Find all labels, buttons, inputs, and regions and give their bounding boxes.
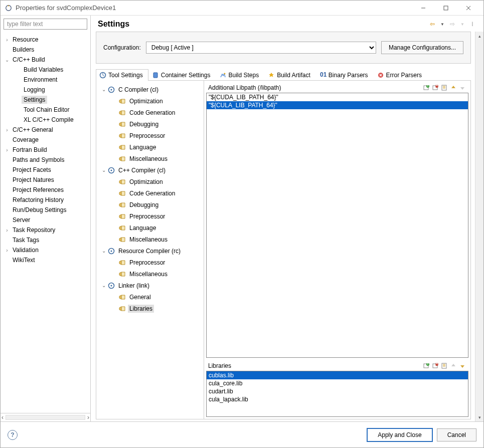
tool-tree-item[interactable]: Code Generation [97,107,203,118]
close-button[interactable] [457,1,479,15]
binary-parsers-icon: 010 [319,72,327,79]
tool-tree-item[interactable]: Miscellaneous [97,153,203,164]
libpath-edit-button[interactable] [440,84,448,92]
libraries-add-button[interactable]: + [422,362,430,370]
category-tree-item[interactable]: Project Facets [1,165,90,175]
manage-configurations-button[interactable]: Manage Configurations... [381,41,463,54]
tab-container-settings[interactable]: Container Settings [148,69,216,81]
category-tree[interactable]: ›ResourceBuilders⌄C/C++ BuildBuild Varia… [1,33,90,413]
libpath-add-button[interactable]: + [422,84,430,92]
scroll-down-icon[interactable]: ▾ [478,413,481,421]
tool-tree-item[interactable]: Preprocessor [97,210,203,222]
category-tree-item[interactable]: Build Variables [1,65,90,75]
tool-group-icon [107,86,115,93]
scroll-right-icon[interactable]: › [87,414,89,421]
category-tree-item[interactable]: Settings [1,95,90,105]
tab-tool-settings[interactable]: Tool Settings [96,69,148,81]
collapsed-arrow-icon[interactable]: › [4,37,11,43]
category-tree-item[interactable]: Tool Chain Editor [1,105,90,115]
libpath-moveup-button[interactable] [449,84,457,92]
tool-tree-item[interactable]: Miscellaneous [97,268,203,280]
scroll-up-icon[interactable]: ▴ [478,32,481,40]
category-tree-item[interactable]: Server [1,215,90,225]
tool-tree-item[interactable]: ⌄Resource Compiler (rc) [97,245,203,257]
expanded-arrow-icon[interactable]: ⌄ [4,57,11,63]
tab-label: Container Settings [161,72,211,79]
category-tree-item[interactable]: Project Natures [1,175,90,185]
tool-tree-item[interactable]: Libraries [97,303,203,314]
tool-tree-item[interactable]: Code Generation [97,187,203,199]
expanded-arrow-icon[interactable]: ⌄ [100,248,107,254]
category-tree-item[interactable]: Project References [1,185,90,195]
configuration-select[interactable]: Debug [ Active ] [146,42,376,54]
libpath-listbox[interactable]: "${CUDA_LIB_PATH_64}""${CULA_LIB_PATH_64… [206,93,468,358]
list-item[interactable]: cula_lapack.lib [207,395,468,403]
category-tree-item[interactable]: ›Resource [1,35,90,45]
view-menu-icon[interactable]: ⁞ [468,20,476,28]
tool-tree-item[interactable]: Debugging [97,199,203,210]
tool-tree-item[interactable]: Language [97,141,203,153]
tab-build-artifact[interactable]: Build Artifact [264,69,316,81]
expanded-arrow-icon[interactable]: ⌄ [100,167,107,173]
list-item[interactable]: "${CULA_LIB_PATH_64}" [207,101,468,109]
collapsed-arrow-icon[interactable]: › [4,127,11,133]
category-tree-item[interactable]: ›Task Repository [1,225,90,235]
tab-binary-parsers[interactable]: 010Binary Parsers [316,69,374,81]
apply-and-close-button[interactable]: Apply and Close [367,428,432,442]
maximize-button[interactable] [434,1,457,15]
tool-tree-item[interactable]: Preprocessor [97,257,203,268]
list-item[interactable]: cula_core.lib [207,379,468,387]
scroll-left-icon[interactable]: ‹ [2,414,4,421]
category-tree-item[interactable]: Logging [1,85,90,95]
libraries-listbox[interactable]: cublas.libcula_core.libcudart.libcula_la… [206,371,468,417]
collapsed-arrow-icon[interactable]: › [4,248,11,253]
cancel-button[interactable]: Cancel [437,428,476,441]
tool-tree-item[interactable]: Language [97,222,203,234]
scroll-track[interactable] [6,415,85,420]
category-tree-item[interactable]: Environment [1,75,90,85]
nav-back-menu-icon[interactable]: ▼ [438,20,446,28]
list-item[interactable]: cudart.lib [207,387,468,395]
list-item[interactable]: "${CUDA_LIB_PATH_64}" [207,93,468,101]
filter-input[interactable]: type filter text [4,19,87,30]
tool-settings-tree[interactable]: ⌄C Compiler (cl)OptimizationCode Generat… [96,81,204,419]
expanded-arrow-icon[interactable]: ⌄ [100,87,107,92]
category-tree-item[interactable]: XL C/C++ Compile [1,115,90,125]
list-item[interactable]: cublas.lib [207,371,468,379]
collapsed-arrow-icon[interactable]: › [4,228,11,233]
minimize-button[interactable] [412,1,434,15]
libraries-delete-button[interactable]: × [431,362,439,370]
tool-tree-item[interactable]: Optimization [97,95,203,107]
vertical-scrollbar[interactable]: ▴ ▾ [475,32,483,421]
category-tree-item[interactable]: Paths and Symbols [1,155,90,165]
tool-tree-item[interactable]: Miscellaneous [97,234,203,245]
tool-tree-label: Debugging [128,201,160,209]
category-tree-item[interactable]: ›Fortran Build [1,145,90,155]
tool-tree-item[interactable]: Debugging [97,118,203,130]
tool-tree-item[interactable]: General [97,291,203,303]
category-tree-item[interactable]: Coverage [1,135,90,145]
libraries-movedown-button[interactable] [458,362,466,370]
tool-tree-item[interactable]: Preprocessor [97,130,203,141]
tool-tree-item[interactable]: ⌄Linker (link) [97,280,203,291]
expanded-arrow-icon[interactable]: ⌄ [100,283,107,288]
tool-tree-item[interactable]: ⌄C++ Compiler (cl) [97,164,203,176]
libraries-edit-button[interactable] [440,362,448,370]
libpath-delete-button[interactable]: × [431,84,439,92]
tab-build-steps[interactable]: Build Steps [216,69,264,81]
category-tree-item[interactable]: ›C/C++ General [1,125,90,135]
category-tree-item[interactable]: ⌄C/C++ Build [1,55,90,65]
nav-back-icon[interactable]: ⇦ [428,20,436,28]
category-tree-item[interactable]: ›Validation [1,245,90,255]
tool-tree-item[interactable]: Optimization [97,176,203,187]
horizontal-scrollbar[interactable]: ‹ › [1,413,90,421]
category-tree-item[interactable]: Task Tags [1,235,90,245]
category-tree-item[interactable]: Builders [1,45,90,55]
category-tree-item[interactable]: Run/Debug Settings [1,205,90,215]
collapsed-arrow-icon[interactable]: › [4,147,11,153]
tab-error-parsers[interactable]: Error Parsers [374,69,427,81]
tool-tree-item[interactable]: ⌄C Compiler (cl) [97,84,203,95]
help-button[interactable]: ? [8,430,18,440]
category-tree-item[interactable]: Refactoring History [1,195,90,205]
category-tree-item[interactable]: WikiText [1,255,90,265]
